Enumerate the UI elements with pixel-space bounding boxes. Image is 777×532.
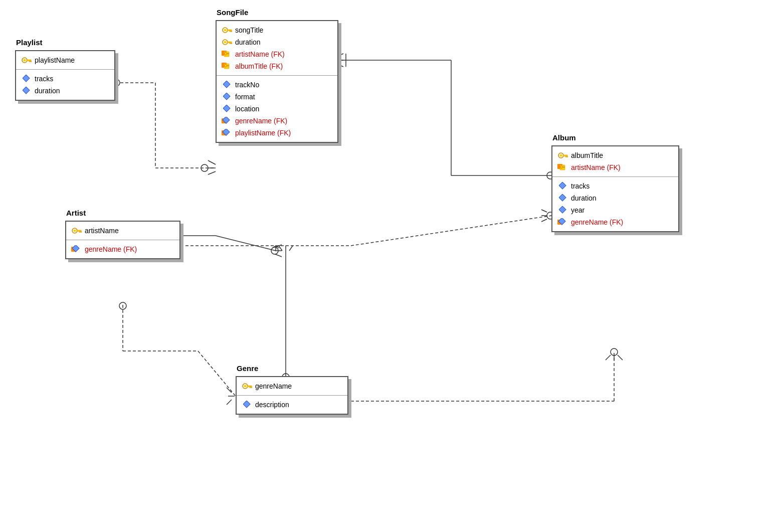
svg-rect-86	[77, 230, 81, 232]
artist-genrename-text: genreName (FK)	[85, 245, 137, 253]
svg-point-60	[224, 29, 227, 32]
diamond-location	[222, 104, 233, 113]
diamond-album-tracks	[557, 182, 568, 191]
svg-rect-72	[227, 54, 229, 55]
fk-diamond-genre-artist	[71, 245, 82, 254]
svg-rect-108	[250, 387, 251, 388]
playlist-section-keys: playlistName	[16, 51, 114, 70]
fk-diamond-playlist	[222, 128, 233, 137]
fk-key-icon-album	[222, 62, 233, 71]
songfile-row-albumtitle: albumTitle (FK)	[222, 60, 332, 72]
album-year-text: year	[571, 206, 585, 214]
svg-line-32	[198, 351, 236, 396]
svg-line-51	[272, 246, 276, 248]
artist-artistname-text: artistName	[85, 227, 119, 235]
svg-line-34	[227, 388, 232, 393]
svg-line-46	[606, 355, 611, 360]
genre-title: Genre	[237, 364, 258, 373]
svg-line-27	[541, 210, 547, 212]
album-section-attrs: tracks duration year	[552, 177, 678, 231]
svg-rect-94	[565, 156, 567, 157]
svg-rect-109	[251, 387, 252, 388]
album-albumtitle-text: albumTitle	[571, 151, 603, 159]
playlist-row-playlistname: playlistName	[21, 54, 109, 66]
album-row-tracks: tracks	[557, 180, 673, 192]
svg-rect-101	[559, 194, 566, 201]
diamond-icon-2	[21, 86, 32, 95]
svg-rect-55	[29, 61, 31, 62]
album-row-duration: duration	[557, 192, 673, 204]
fk-key-icon-album-artist	[557, 163, 568, 172]
fk-diamond-album-genre	[557, 218, 568, 227]
songfile-genrename-text: genreName (FK)	[235, 117, 287, 125]
songfile-playlistname-text: playlistName (FK)	[235, 129, 291, 137]
svg-line-36	[227, 400, 232, 405]
key-icon-songtitle	[222, 26, 233, 35]
svg-line-40	[289, 246, 293, 251]
diagram-container: Playlist playlistName	[0, 0, 777, 532]
svg-point-53	[24, 59, 26, 62]
diamond-icon	[21, 74, 32, 83]
genre-section-keys: genreName	[237, 377, 347, 396]
key-icon	[21, 56, 32, 65]
svg-rect-102	[559, 206, 566, 213]
svg-line-29	[541, 219, 547, 222]
genre-row-genrename: genreName	[242, 380, 342, 392]
diamond-format	[222, 92, 233, 101]
album-row-genrename: genreName (FK)	[557, 216, 673, 228]
svg-rect-110	[243, 401, 250, 408]
genre-section-attrs: description	[237, 396, 347, 414]
fk-key-icon-artist	[222, 50, 233, 59]
svg-rect-77	[223, 81, 230, 88]
artist-entity: Artist artistName	[65, 221, 180, 259]
svg-rect-54	[27, 60, 31, 61]
svg-rect-78	[223, 93, 230, 100]
songfile-row-duration: duration	[222, 36, 332, 48]
playlist-title: Playlist	[16, 38, 43, 47]
songfile-row-artistname: artistName (FK)	[222, 48, 332, 60]
svg-point-33	[119, 302, 126, 309]
album-row-year: year	[557, 204, 673, 216]
svg-line-17	[216, 236, 276, 251]
svg-point-45	[611, 348, 618, 356]
svg-point-106	[244, 385, 247, 388]
svg-rect-56	[31, 61, 32, 62]
svg-point-19	[271, 247, 278, 254]
svg-line-38	[279, 246, 282, 251]
relations-svg	[0, 0, 777, 532]
svg-point-85	[74, 230, 76, 232]
songfile-row-location: location	[222, 103, 332, 115]
album-row-artistname: artistName (FK)	[557, 161, 673, 173]
svg-rect-100	[559, 182, 566, 189]
album-row-albumtitle: albumTitle	[557, 149, 673, 161]
songfile-trackno-text: trackNo	[235, 81, 259, 89]
album-title: Album	[552, 133, 576, 142]
songfile-section-keys: songTitle duration	[217, 21, 337, 76]
svg-rect-99	[562, 167, 565, 168]
playlist-duration-text: duration	[35, 87, 60, 95]
svg-line-6	[208, 171, 216, 174]
songfile-songtitle-text: songTitle	[235, 26, 263, 34]
album-artistname-text: artistName (FK)	[571, 163, 621, 171]
svg-point-65	[224, 41, 227, 44]
svg-rect-93	[563, 155, 567, 156]
key-icon-duration	[222, 38, 233, 47]
svg-rect-79	[223, 105, 230, 112]
svg-rect-88	[81, 232, 82, 233]
diamond-album-year	[557, 206, 568, 215]
playlist-tracks-text: tracks	[35, 75, 53, 83]
svg-rect-67	[230, 43, 231, 44]
svg-line-22	[275, 254, 282, 257]
svg-line-20	[275, 245, 282, 247]
key-icon-albumtitle	[557, 151, 568, 160]
songfile-duration-text: duration	[235, 38, 261, 46]
svg-rect-61	[227, 30, 232, 31]
album-tracks-text: tracks	[571, 182, 590, 190]
songfile-albumtitle-text: albumTitle (FK)	[235, 62, 283, 70]
genre-row-description: description	[242, 399, 342, 411]
songfile-entity: SongFile songTitle	[216, 20, 338, 143]
album-entity: Album albumTitle	[551, 145, 679, 232]
svg-line-48	[618, 355, 623, 360]
songfile-location-text: location	[235, 105, 259, 113]
svg-point-92	[560, 154, 562, 157]
